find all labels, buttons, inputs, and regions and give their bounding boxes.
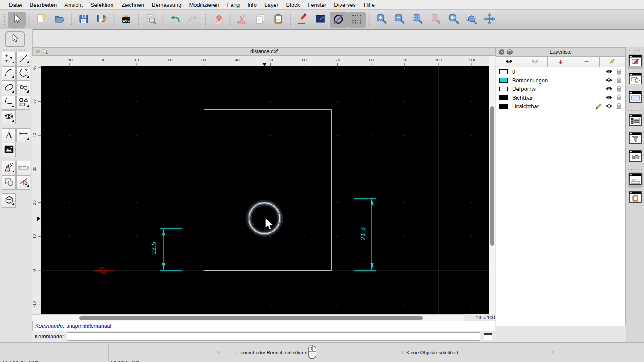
menu-item-bemassung[interactable]: Bemassung <box>148 2 185 8</box>
layer-visibility-eye-icon[interactable] <box>605 103 613 109</box>
layer-row-bemassungen[interactable]: Bemassungen <box>496 76 625 84</box>
menu-item-modifizieren[interactable]: Modifizieren <box>185 2 223 8</box>
menu-item-layer[interactable]: Layer <box>261 2 283 8</box>
zoom-selection-button[interactable] <box>426 12 444 28</box>
pan-button[interactable] <box>480 12 498 28</box>
panel-blocks-toggle-button[interactable] <box>628 72 643 87</box>
layer-row-unsichtbar[interactable]: Unsichtbar <box>496 102 625 110</box>
solid-tool-button[interactable] <box>2 193 16 208</box>
save-button[interactable] <box>75 12 93 28</box>
ortho-box-button[interactable] <box>312 12 330 28</box>
layer-visibility-eye-icon[interactable] <box>605 95 613 100</box>
hatch-tool-button[interactable] <box>2 110 16 124</box>
horizontal-scroll-thumb[interactable] <box>79 316 423 320</box>
open-folder-button[interactable] <box>50 12 68 28</box>
zoom-out-button[interactable] <box>390 12 408 28</box>
panel-properties-toggle-button[interactable] <box>628 113 643 129</box>
panel-views-toggle-button[interactable] <box>628 149 643 165</box>
menu-item-fang[interactable]: Fang <box>223 2 244 8</box>
ellipse-tool-button[interactable] <box>2 81 16 95</box>
zoom-auto-button[interactable] <box>408 12 426 28</box>
panel-library-toggle-button[interactable] <box>628 90 643 106</box>
drawing-canvas[interactable]: 12.521.3 <box>41 66 489 314</box>
blocks-tool-button[interactable] <box>2 175 16 190</box>
paste-button[interactable] <box>269 12 287 28</box>
panel-clipboard-toggle-button[interactable] <box>628 190 643 206</box>
polyline-tool-button[interactable] <box>2 96 16 110</box>
layer-lock-icon[interactable] <box>615 77 623 83</box>
copy-button[interactable]: + <box>251 12 269 28</box>
menu-item-diverses[interactable]: Diverses <box>330 2 360 8</box>
panel-properties-icon <box>629 114 642 128</box>
image-tool-button[interactable] <box>2 143 16 157</box>
horizontal-scrollbar[interactable] <box>32 314 466 321</box>
layer-visibility-eye-icon[interactable] <box>605 86 613 91</box>
panel-layers-toggle-button[interactable] <box>628 54 643 69</box>
panel-selection-filter-toggle-button[interactable] <box>628 131 643 147</box>
text-tool-button[interactable]: A <box>2 128 16 142</box>
remove-layer-button[interactable]: − <box>574 57 600 67</box>
layer-row-sichtbar[interactable]: Sichtbar <box>496 93 625 102</box>
new-file-button[interactable] <box>32 12 50 28</box>
show-all-layers-button[interactable] <box>496 57 522 67</box>
panel-command-toggle-button[interactable] <box>628 172 643 188</box>
arc-tool-button[interactable] <box>2 66 16 81</box>
svg-export-button[interactable]: SVG <box>117 12 135 28</box>
undo-button[interactable] <box>166 12 184 28</box>
modify-tool-button[interactable] <box>2 161 16 175</box>
edit-layer-button[interactable] <box>600 57 625 67</box>
command-detach-button[interactable] <box>484 333 492 340</box>
line-tool-button[interactable] <box>16 52 30 66</box>
redo-button[interactable] <box>184 12 202 28</box>
menu-item-bearbeiten[interactable]: Bearbeiten <box>26 2 61 8</box>
text-icon: A <box>3 129 15 142</box>
layer-lock-icon[interactable] <box>615 103 623 109</box>
command-input[interactable] <box>67 332 480 341</box>
grid-dots-button[interactable] <box>348 12 366 28</box>
layer-visibility-eye-icon[interactable] <box>605 78 613 83</box>
snap-circle-button[interactable] <box>330 12 348 28</box>
menu-item-datei[interactable]: Datei <box>5 2 26 8</box>
shape-tool-button[interactable] <box>16 96 30 110</box>
toolbar-drag-handle[interactable] <box>3 13 6 27</box>
circle-tool-button[interactable] <box>16 66 30 81</box>
dimension-tool-button[interactable] <box>16 128 30 142</box>
select-entity-tool-button[interactable] <box>16 175 30 190</box>
zoom-previous-button[interactable] <box>444 12 462 28</box>
palette-drag-handle[interactable] <box>3 49 29 51</box>
save-as-button[interactable] <box>93 12 111 28</box>
menu-item-fenster[interactable]: Fenster <box>304 2 330 8</box>
hide-all-layers-button[interactable] <box>522 57 548 67</box>
layer-lock-icon[interactable] <box>615 86 623 92</box>
status-bar: 47.9985,15.4891 @47.9985,15.4891 50.4358… <box>0 342 644 362</box>
menu-item-info[interactable]: Info <box>243 2 261 8</box>
points-tool-button[interactable] <box>2 52 16 66</box>
menu-item-zeichnen[interactable]: Zeichnen <box>117 2 148 8</box>
vertical-scroll-thumb[interactable] <box>490 106 494 246</box>
zoom-window-button[interactable] <box>462 12 480 28</box>
menu-item-block[interactable]: Block <box>282 2 304 8</box>
layer-lock-icon[interactable] <box>615 69 623 75</box>
drawn-circle-highlighted <box>249 203 280 234</box>
spline-tool-button[interactable] <box>16 81 30 95</box>
layer-lock-icon[interactable] <box>615 94 623 100</box>
document-tab[interactable]: ✕ distance.dxf <box>32 47 496 56</box>
add-layer-button[interactable]: + <box>548 57 574 67</box>
print-preview-button[interactable] <box>142 12 160 28</box>
layer-row-defpoints[interactable]: Defpoints <box>496 84 625 93</box>
vertical-scrollbar[interactable] <box>489 56 495 315</box>
pointer-button[interactable] <box>8 12 26 28</box>
layer-row-0[interactable]: 0 <box>496 67 625 76</box>
layer-visibility-eye-icon[interactable] <box>605 69 613 74</box>
cut-button[interactable]: + <box>233 12 251 28</box>
selection-tool-button[interactable] <box>5 31 25 47</box>
eraser-button[interactable] <box>209 12 227 28</box>
measure-tool-button[interactable] <box>16 161 30 175</box>
menu-item-selektion[interactable]: Selektion <box>87 2 117 8</box>
menu-item-ansicht[interactable]: Ansicht <box>61 2 87 8</box>
dock-drag-handle[interactable] <box>628 49 642 51</box>
zoom-in-button[interactable] <box>372 12 390 28</box>
save-icon <box>78 13 90 27</box>
draw-pencil-button[interactable] <box>294 12 312 28</box>
menu-item-hilfe[interactable]: Hilfe <box>360 2 379 8</box>
